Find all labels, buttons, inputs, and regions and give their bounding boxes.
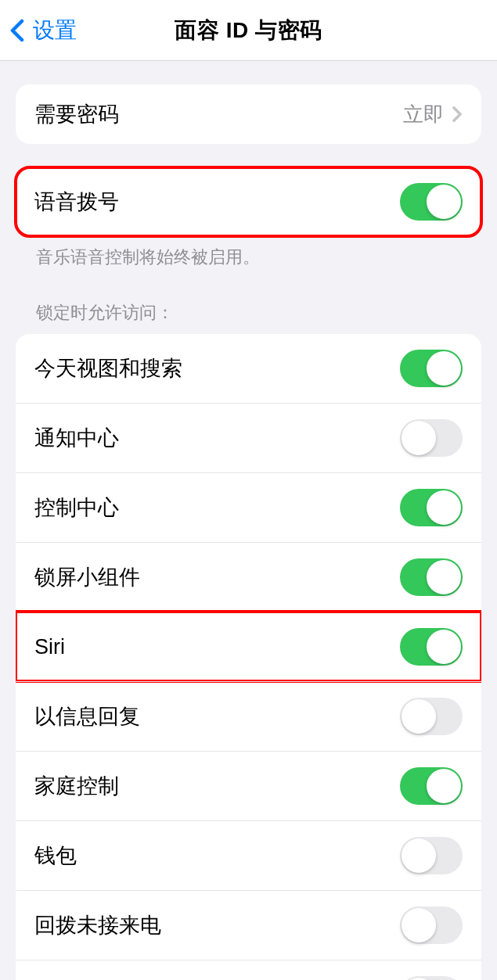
require-passcode-label: 需要密码 bbox=[34, 100, 119, 128]
lockscreen-item-label: 控制中心 bbox=[34, 494, 119, 522]
lockscreen-item: USB 配件 bbox=[16, 960, 481, 980]
page-title: 面容 ID 与密码 bbox=[175, 16, 322, 45]
lockscreen-item-label: 钱包 bbox=[34, 842, 77, 870]
lockscreen-item-label: 家庭控制 bbox=[34, 772, 119, 800]
lockscreen-item: 今天视图和搜索 bbox=[16, 334, 481, 403]
lockscreen-item-toggle[interactable] bbox=[400, 698, 463, 735]
voice-dial-row: 语音拨号 bbox=[16, 167, 481, 236]
lockscreen-item-label: 通知中心 bbox=[34, 424, 119, 452]
lockscreen-item: 控制中心 bbox=[16, 472, 481, 542]
lockscreen-header: 锁定时允许访问： bbox=[16, 301, 481, 334]
lockscreen-item: 锁屏小组件 bbox=[16, 542, 481, 612]
require-passcode-row[interactable]: 需要密码 立即 bbox=[16, 84, 481, 144]
lockscreen-item-toggle[interactable] bbox=[400, 350, 463, 387]
voice-dial-highlight: 语音拨号 bbox=[16, 167, 481, 236]
lockscreen-item-label: 今天视图和搜索 bbox=[34, 354, 182, 382]
lockscreen-item-toggle[interactable] bbox=[400, 558, 463, 596]
lockscreen-item: Siri bbox=[16, 612, 481, 681]
back-button[interactable]: 设置 bbox=[9, 16, 77, 45]
lockscreen-item-label: 锁屏小组件 bbox=[34, 563, 140, 591]
lockscreen-group: 今天视图和搜索通知中心控制中心锁屏小组件Siri以信息回复家庭控制钱包回拨未接来… bbox=[16, 334, 481, 980]
lockscreen-item-label: 以信息回复 bbox=[34, 702, 140, 731]
lockscreen-item-toggle[interactable] bbox=[400, 976, 463, 980]
chevron-left-icon bbox=[9, 18, 25, 43]
voice-dial-label: 语音拨号 bbox=[34, 188, 119, 216]
voice-dial-footer: 音乐语音控制将始终被启用。 bbox=[16, 236, 481, 270]
lockscreen-item-toggle[interactable] bbox=[400, 628, 463, 666]
voice-dial-toggle[interactable] bbox=[400, 183, 463, 221]
lockscreen-item-label: Siri bbox=[34, 635, 65, 659]
lockscreen-item: 通知中心 bbox=[16, 403, 481, 472]
lockscreen-item: 回拨未接来电 bbox=[16, 890, 481, 960]
lockscreen-item-toggle[interactable] bbox=[400, 906, 463, 944]
lockscreen-item-toggle[interactable] bbox=[400, 837, 463, 874]
lockscreen-item-toggle[interactable] bbox=[400, 419, 463, 457]
lockscreen-item-toggle[interactable] bbox=[400, 767, 463, 805]
chevron-right-icon bbox=[452, 106, 463, 123]
lockscreen-item: 家庭控制 bbox=[16, 751, 481, 820]
require-passcode-value: 立即 bbox=[403, 101, 444, 128]
lockscreen-item: 以信息回复 bbox=[16, 681, 481, 751]
lockscreen-item: 钱包 bbox=[16, 820, 481, 890]
lockscreen-item-toggle[interactable] bbox=[400, 489, 463, 526]
back-label: 设置 bbox=[33, 16, 77, 45]
lockscreen-item-label: 回拨未接来电 bbox=[34, 911, 161, 939]
navigation-bar: 设置 面容 ID 与密码 bbox=[0, 0, 497, 61]
